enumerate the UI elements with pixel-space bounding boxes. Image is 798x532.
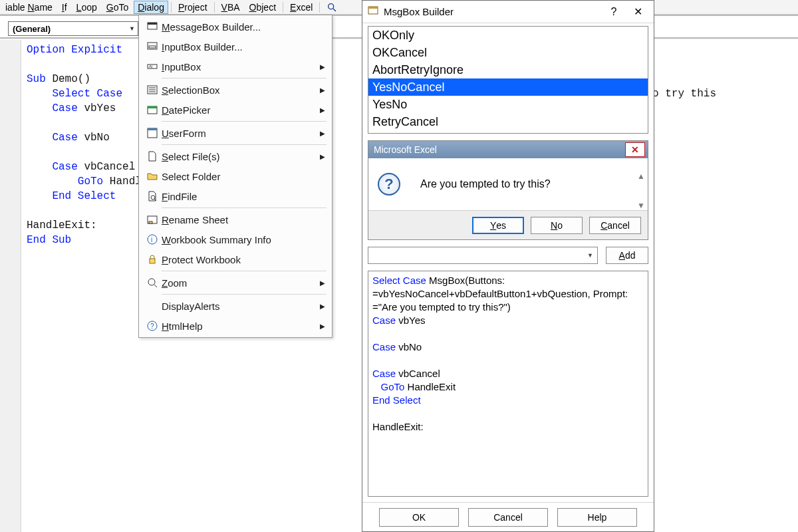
svg-rect-15 xyxy=(148,128,157,130)
zoom-icon xyxy=(143,277,162,288)
chevron-right-icon: ▶ xyxy=(320,86,325,94)
chevron-right-icon: ▶ xyxy=(320,323,325,330)
code-preview[interactable]: Select Case MsgBox(Buttons: =vbYesNoCanc… xyxy=(368,271,648,497)
chevron-right-icon: ▶ xyxy=(320,106,325,114)
dialog-menu: MessageBox Builder... InputBox Builder..… xyxy=(138,15,332,338)
menu-inputbox[interactable]: A| InputBox ▶ xyxy=(140,57,331,76)
preview-scroll[interactable]: ▲▼ xyxy=(637,172,645,210)
menu-rename-sheet[interactable]: Rename Sheet xyxy=(140,209,331,229)
input-builder-icon xyxy=(143,41,162,52)
list-item-selected[interactable]: YesNoCancel xyxy=(368,78,648,96)
folder-icon xyxy=(143,171,162,182)
menu-display-alerts[interactable]: DisplayAlerts ▶ xyxy=(140,296,331,316)
svg-line-1 xyxy=(333,9,336,11)
preview-close-button[interactable]: ✕ xyxy=(625,142,645,157)
menu-userform[interactable]: UserForm ▶ xyxy=(140,123,331,143)
menu-select-files[interactable]: Select File(s) ▶ xyxy=(140,146,331,166)
object-dropdown[interactable]: (General)▼ xyxy=(8,21,138,36)
app-icon xyxy=(368,5,378,18)
search-icon[interactable] xyxy=(325,1,338,13)
chevron-right-icon: ▶ xyxy=(320,63,325,70)
list-item[interactable]: OKOnly xyxy=(368,27,648,44)
list-item[interactable]: RetryCancel xyxy=(368,113,648,130)
extra-option-dropdown[interactable]: ▼ xyxy=(368,247,598,264)
menu-messagebox-builder[interactable]: MessageBox Builder... xyxy=(140,17,331,37)
dialog-icon xyxy=(143,21,162,32)
preview-message: Are you tempted to try this? xyxy=(420,178,551,190)
form-icon xyxy=(143,128,162,138)
svg-rect-22 xyxy=(150,259,155,263)
help-icon: ? xyxy=(143,321,162,331)
list-item[interactable]: YesNo xyxy=(368,96,648,113)
menu-workbook-summary[interactable]: i Workbook Summary Info xyxy=(140,229,331,249)
find-file-icon xyxy=(143,191,162,201)
svg-rect-19 xyxy=(149,221,152,223)
ok-button[interactable]: OK xyxy=(379,508,459,527)
svg-rect-3 xyxy=(148,23,157,25)
svg-point-23 xyxy=(148,279,155,285)
preview-yes-button[interactable]: Yes xyxy=(472,217,524,234)
cancel-button[interactable]: Cancel xyxy=(468,508,548,527)
dialog-title: MsgBox Builder xyxy=(384,6,602,17)
close-button[interactable]: ✕ xyxy=(626,3,650,21)
menu-selectionbox[interactable]: SelectionBox ▶ xyxy=(140,80,331,100)
svg-rect-13 xyxy=(148,106,157,108)
menu-item-excel[interactable]: Excel xyxy=(286,1,317,14)
chevron-right-icon: ▶ xyxy=(320,130,325,137)
menu-findfile[interactable]: FindFile xyxy=(140,186,331,206)
svg-text:A|: A| xyxy=(149,65,153,68)
menu-zoom[interactable]: Zoom ▶ xyxy=(140,273,331,293)
svg-rect-28 xyxy=(368,7,378,9)
question-icon: ? xyxy=(378,173,400,196)
preview-cancel-button[interactable]: Cancel xyxy=(589,217,641,234)
menu-htmlhelp[interactable]: ? HtmlHelp ▶ xyxy=(140,316,331,336)
chevron-right-icon: ▶ xyxy=(320,303,325,310)
chevron-right-icon: ▶ xyxy=(320,279,325,287)
msgbox-preview: Microsoft Excel ✕ ? Are you tempted to t… xyxy=(368,140,648,240)
selectbox-icon xyxy=(143,84,162,95)
menu-item-object[interactable]: Object xyxy=(245,1,280,14)
menu-inputbox-builder[interactable]: InputBox Builder... xyxy=(140,37,331,57)
menu-item-variable-name[interactable]: iable Name xyxy=(1,1,57,14)
menu-select-folder[interactable]: Select Folder xyxy=(140,166,331,186)
calendar-icon xyxy=(143,104,162,115)
chevron-right-icon: ▶ xyxy=(320,153,325,160)
svg-point-0 xyxy=(329,3,334,9)
rename-sheet-icon xyxy=(143,214,162,225)
menu-item-project[interactable]: Project xyxy=(174,1,211,14)
list-item[interactable]: OKCancel xyxy=(368,44,648,61)
preview-titlebar: Microsoft Excel ✕ xyxy=(368,141,648,158)
preview-no-button[interactable]: No xyxy=(531,217,583,234)
preview-title-text: Microsoft Excel xyxy=(374,144,437,155)
help-button[interactable]: Help xyxy=(557,508,637,527)
svg-text:?: ? xyxy=(150,323,154,330)
lock-icon xyxy=(143,254,162,265)
menu-item-dialog[interactable]: Dialog xyxy=(134,1,168,14)
file-icon xyxy=(143,151,162,162)
menu-item-if[interactable]: If xyxy=(58,1,71,14)
dialog-titlebar[interactable]: MsgBox Builder ? ✕ xyxy=(362,1,654,23)
svg-text:i: i xyxy=(151,236,152,243)
textfield-icon: A| xyxy=(143,61,162,72)
help-button[interactable]: ? xyxy=(602,3,626,21)
menu-item-loop[interactable]: Loop xyxy=(72,1,101,14)
svg-line-24 xyxy=(154,285,157,287)
msgbox-builder-dialog: MsgBox Builder ? ✕ OKOnly OKCancel Abort… xyxy=(362,0,654,532)
info-icon: i xyxy=(143,234,162,245)
menu-item-vba[interactable]: VBA xyxy=(217,1,244,14)
menu-protect-workbook[interactable]: Protect Workbook xyxy=(140,249,331,269)
menu-datepicker[interactable]: DatePicker ▶ xyxy=(140,100,331,120)
add-button[interactable]: Add xyxy=(606,247,648,264)
list-item[interactable]: AbortRetryIgnore xyxy=(368,61,648,78)
code-gutter xyxy=(0,40,21,532)
menu-item-goto[interactable]: GoTo xyxy=(102,1,132,14)
buttons-listbox[interactable]: OKOnly OKCancel AbortRetryIgnore YesNoCa… xyxy=(368,26,648,134)
